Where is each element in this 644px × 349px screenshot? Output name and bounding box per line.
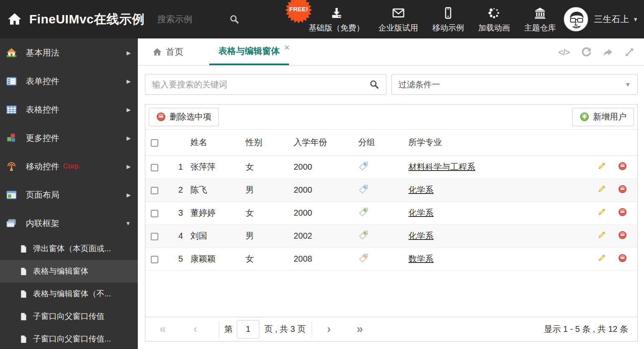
house-icon xyxy=(6,47,17,59)
tab-active[interactable]: 表格与编辑窗体 ✕ xyxy=(209,38,289,65)
expand-icon[interactable] xyxy=(624,47,635,58)
search-icon[interactable] xyxy=(229,14,239,24)
tag-icon xyxy=(358,207,369,217)
major-link[interactable]: 化学系 xyxy=(408,231,434,240)
table-row[interactable]: 2 陈飞 男 2000 化学系 xyxy=(145,178,637,201)
sidebar-item-5[interactable]: 页面布局 ▶ xyxy=(0,181,138,209)
tab-home[interactable]: 首页 xyxy=(151,38,185,65)
delete-row-icon[interactable] xyxy=(618,162,627,171)
row-checkbox[interactable] xyxy=(151,164,158,171)
header-search-input[interactable] xyxy=(157,14,216,24)
edit-pencil-icon[interactable] xyxy=(597,185,606,194)
code-icon[interactable]: </> xyxy=(558,47,570,57)
row-number: 1 xyxy=(169,155,185,178)
delete-row-icon[interactable] xyxy=(618,231,627,239)
row-checkbox[interactable] xyxy=(151,233,158,240)
filter-dropdown-value: 过滤条件一 xyxy=(398,79,440,90)
nav-item-4[interactable]: 主题仓库 xyxy=(517,0,563,38)
sidebar-subitem-1[interactable]: 表格与编辑窗体 xyxy=(0,260,138,283)
next-page-button[interactable]: › xyxy=(327,324,331,335)
delete-row-icon[interactable] xyxy=(618,185,627,194)
close-icon[interactable]: ✕ xyxy=(284,43,290,52)
first-page-button[interactable]: « xyxy=(160,324,166,335)
chevron-right-icon: ▶ xyxy=(127,192,131,198)
row-checkbox[interactable] xyxy=(151,210,158,217)
home-icon[interactable] xyxy=(7,12,22,27)
table-row[interactable]: 5 康颖颖 女 2008 数学系 xyxy=(145,247,637,270)
keyword-search-input[interactable] xyxy=(152,80,361,89)
nav-item-label: 基础版（免费） xyxy=(309,23,364,33)
app-title: FineUIMvc在线示例 xyxy=(29,11,145,28)
forward-icon[interactable] xyxy=(602,47,613,58)
sidebar-item-6[interactable]: 内联框架 ▼ xyxy=(0,209,138,237)
nav-item-0[interactable]: 基础版（免费） xyxy=(302,0,371,38)
column-header-2[interactable]: 入学年份 xyxy=(289,130,353,155)
user-menu[interactable]: 三生石上 ▼ xyxy=(564,0,638,38)
delete-row-icon[interactable] xyxy=(618,208,627,217)
nav-item-label: 移动示例 xyxy=(432,23,464,33)
sidebar-item-4[interactable]: 移动控件 Corp. ▶ xyxy=(0,152,138,181)
column-header-0[interactable]: 姓名 xyxy=(185,130,241,155)
mobile-icon xyxy=(441,6,455,20)
prev-page-button[interactable]: ‹ xyxy=(193,324,197,335)
grid-empty-area xyxy=(145,271,637,317)
page-count-label: 页 , 共 3 页 xyxy=(264,324,306,335)
filter-dropdown[interactable]: 过滤条件一 ▼ xyxy=(391,74,638,95)
table-row[interactable]: 3 董婷婷 女 2000 化学系 xyxy=(145,201,637,224)
major-link[interactable]: 材料科学与工程系 xyxy=(408,162,475,171)
row-checkbox[interactable] xyxy=(151,256,158,263)
column-header-4[interactable]: 所学专业 xyxy=(403,130,592,155)
major-link[interactable]: 数学系 xyxy=(408,254,434,263)
major-link[interactable]: 化学系 xyxy=(408,208,434,217)
tag-icon xyxy=(358,230,369,240)
delete-row-icon[interactable] xyxy=(618,254,627,262)
cell-gender: 女 xyxy=(241,201,289,224)
major-link[interactable]: 化学系 xyxy=(408,185,434,194)
row-number: 4 xyxy=(169,224,185,247)
select-all-checkbox[interactable] xyxy=(151,139,158,147)
chevron-right-icon: ▶ xyxy=(127,107,131,113)
sidebar-item-3[interactable]: 更多控件 ▶ xyxy=(0,124,138,152)
sidebar-subitem-0[interactable]: 弹出窗体（本页面或... xyxy=(0,237,138,260)
edit-pencil-icon[interactable] xyxy=(597,231,606,239)
nav-item-1[interactable]: 企业版试用 xyxy=(371,0,425,38)
column-header-3[interactable]: 分组 xyxy=(353,130,403,155)
sidebar-subitem-3[interactable]: 子窗口向父窗口传值 xyxy=(0,305,138,328)
search-icon[interactable] xyxy=(369,79,379,89)
cell-year: 2000 xyxy=(289,201,353,224)
table-row[interactable]: 1 张萍萍 女 2000 材料科学与工程系 xyxy=(145,155,637,178)
edit-pencil-icon[interactable] xyxy=(597,254,606,262)
cell-gender: 女 xyxy=(241,247,289,270)
sidebar-item-2[interactable]: 表格控件 ▶ xyxy=(0,95,138,124)
chevron-right-icon: ▶ xyxy=(127,50,131,56)
cell-year: 2000 xyxy=(289,178,353,201)
last-page-button[interactable]: » xyxy=(357,324,363,335)
tag-icon xyxy=(358,253,369,263)
nav-item-3[interactable]: 加载动画 xyxy=(471,0,517,38)
cell-year: 2000 xyxy=(289,155,353,178)
edit-pencil-icon[interactable] xyxy=(597,162,606,171)
tab-home-label: 首页 xyxy=(166,46,183,58)
delete-selected-button[interactable]: 删除选中项 xyxy=(149,108,219,126)
sidebar: 基本用法 ▶ 表单控件 ▶ 表格控件 ▶ 更多控件 xyxy=(0,38,138,349)
main-content: 首页 表格与编辑窗体 ✕ </> 过滤条件一 ▼ 删除选中项 xyxy=(138,38,644,349)
grid-header-row: 姓名性别入学年份分组所学专业 xyxy=(145,130,637,155)
row-checkbox[interactable] xyxy=(151,187,158,194)
table-row[interactable]: 4 刘国 男 2002 化学系 xyxy=(145,224,637,247)
cell-year: 2002 xyxy=(289,224,353,247)
refresh-icon[interactable] xyxy=(581,47,591,58)
column-header-1[interactable]: 性别 xyxy=(241,130,289,155)
sidebar-item-1[interactable]: 表单控件 ▶ xyxy=(0,67,138,95)
cell-name: 康颖颖 xyxy=(185,247,241,270)
page-number-input[interactable] xyxy=(237,320,259,339)
edit-pencil-icon[interactable] xyxy=(597,208,606,217)
bank-icon xyxy=(533,6,547,20)
add-user-button[interactable]: 新增用户 xyxy=(572,108,634,126)
sidebar-subitem-2[interactable]: 表格与编辑窗体（不... xyxy=(0,283,138,305)
header-nav: 基础版（免费） 企业版试用 移动示例 加载动画 主题仓库 xyxy=(302,0,563,38)
sidebar-subitem-4[interactable]: 子窗口向父窗口传值... xyxy=(0,328,138,349)
sidebar-item-0[interactable]: 基本用法 ▶ xyxy=(0,38,138,67)
tab-active-label: 表格与编辑窗体 xyxy=(218,45,280,57)
avatar[interactable] xyxy=(564,7,588,31)
nav-item-2[interactable]: 移动示例 xyxy=(425,0,471,38)
